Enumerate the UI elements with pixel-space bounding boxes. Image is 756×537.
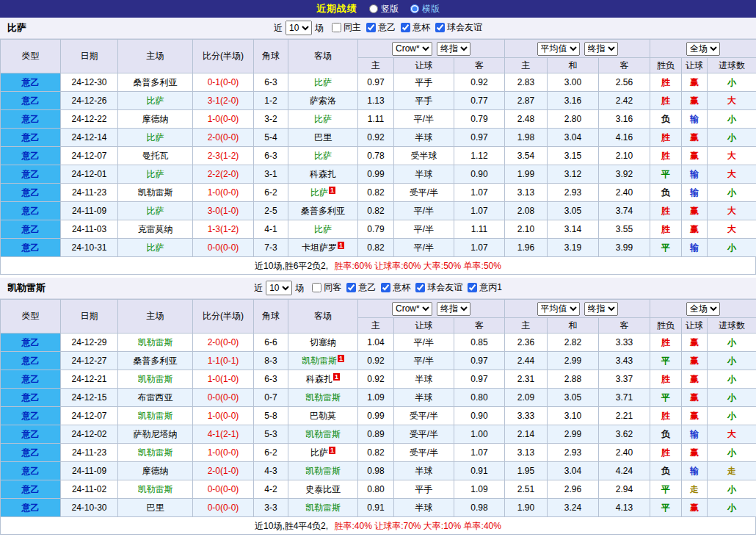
handicap-home-odds: 0.97 [358, 73, 394, 92]
filter-checkbox[interactable]: 意乙 [346, 281, 376, 294]
avg-draw-odds: 3.04 [548, 462, 599, 480]
fulltime-select[interactable]: 全场 [686, 302, 720, 316]
filter-checkbox[interactable]: 球会友谊 [415, 281, 462, 294]
result-outcome: 胜 [650, 370, 682, 389]
team-name: 桑普多利亚 [134, 77, 178, 87]
filter-checkbox-input[interactable] [468, 283, 477, 292]
team-name: 摩德纳 [142, 114, 169, 124]
corners-cell: 7-3 [254, 239, 288, 257]
result-outcome: 胜 [650, 147, 682, 165]
score-cell: 1-0(0-0) [193, 444, 254, 462]
filter-checkbox[interactable]: 球会友谊 [435, 21, 482, 34]
away-team-cell: 切塞纳 [288, 334, 358, 352]
avg-away-odds: 4.16 [599, 129, 650, 147]
sub-home-odds: 主 [358, 318, 394, 334]
result-goals: 小 [708, 499, 756, 517]
result-outcome: 胜 [650, 92, 682, 110]
handicap-home-odds: 1.09 [358, 389, 394, 407]
handicap-home-odds: 0.92 [358, 352, 394, 370]
avg-draw-odds: 2.99 [548, 425, 599, 444]
fulltime-select[interactable]: 全场 [686, 42, 720, 56]
avg-home-odds: 1.90 [505, 499, 548, 517]
date-cell: 24-10-30 [61, 499, 118, 517]
filter-checkbox-input[interactable] [312, 283, 321, 292]
avg-away-odds: 3.37 [599, 370, 650, 389]
handicap-stage-select[interactable]: 终指 [437, 302, 470, 316]
filter-checkbox[interactable]: 同客 [312, 281, 341, 294]
avg-home-odds: 2.08 [505, 202, 548, 220]
filter-checkbox-input[interactable] [346, 283, 356, 292]
match-row: 意乙24-11-02凯勒雷斯0-0(0-0)4-2史泰比亚0.80平手1.092… [1, 480, 756, 499]
table-header-group-row: 类型 日期 主场 比分(半场) 角球 客场 Crow*终指 平均值终指 全场 [1, 300, 756, 318]
filter-checkbox-label: 同客 [324, 281, 341, 294]
col-home: 主场 [118, 300, 193, 334]
league-cell: 意乙 [1, 480, 61, 499]
layout-radio-vertical[interactable]: 竖版 [369, 3, 399, 15]
away-team-cell: 史泰比亚 [288, 480, 358, 499]
handicap-home-odds: 0.79 [358, 220, 394, 239]
sub-avg-home: 主 [505, 58, 548, 73]
europe-stage-select[interactable]: 终指 [584, 302, 618, 316]
result-goals: 小 [708, 129, 756, 147]
score-cell: 0-0(0-0) [193, 389, 254, 407]
recent-count-select[interactable]: 10 [286, 21, 312, 35]
games-label: 场 [295, 282, 304, 295]
layout-radio-horizontal-label: 横版 [422, 3, 440, 15]
average-select[interactable]: 平均值 [537, 42, 580, 56]
score-cell: 2-2(2-0) [193, 165, 254, 184]
europe-stage-select[interactable]: 终指 [584, 42, 618, 56]
handicap-stage-select[interactable]: 终指 [437, 42, 470, 56]
layout-radio-horizontal-input[interactable] [410, 4, 419, 13]
bookmaker-select[interactable]: Crow* [392, 302, 432, 316]
handicap-line: 平手 [394, 92, 454, 110]
filter-checkbox-input[interactable] [401, 23, 410, 32]
result-handicap: 赢 [682, 444, 708, 462]
filter-checkbox-label: 意杯 [393, 281, 410, 294]
handicap-line: 半球 [394, 462, 454, 480]
summary-bar: 近10场,胜6平2负2, 胜率:60% 让球率:60% 大率:50% 单率:50… [0, 257, 756, 275]
filter-checkbox-input[interactable] [332, 23, 341, 32]
handicap-home-odds: 0.92 [358, 129, 394, 147]
team-name: 巴里 [314, 132, 332, 143]
games-label: 场 [315, 22, 324, 35]
filter-checkbox[interactable]: 同主 [332, 21, 361, 34]
handicap-line: 平/半 [394, 110, 454, 129]
bookmaker-select[interactable]: Crow* [392, 42, 432, 56]
filter-checkbox[interactable]: 意杯 [381, 281, 410, 294]
league-cell: 意乙 [1, 165, 61, 184]
score-cell: 0-0(0-0) [193, 480, 254, 499]
team-name: 凯勒雷斯 [138, 374, 173, 384]
avg-draw-odds: 2.99 [548, 352, 599, 370]
result-handicap: 赢 [682, 147, 708, 165]
col-corners: 角球 [254, 300, 288, 334]
avg-draw-odds: 3.05 [548, 202, 599, 220]
result-handicap: 输 [682, 239, 708, 257]
home-team-cell: 桑普多利亚 [118, 352, 193, 370]
filter-checkbox-input[interactable] [381, 283, 390, 292]
result-goals: 小 [708, 444, 756, 462]
handicap-away-odds: 1.09 [454, 480, 505, 499]
league-cell: 意乙 [1, 462, 61, 480]
sub-avg-away: 客 [599, 318, 650, 334]
sub-handicap: 让球 [394, 58, 454, 73]
corners-cell: 5-8 [254, 407, 288, 425]
layout-radio-horizontal[interactable]: 横版 [410, 3, 440, 15]
filter-checkbox-input[interactable] [415, 283, 425, 292]
average-select[interactable]: 平均值 [537, 302, 580, 316]
filter-checkbox-input[interactable] [366, 23, 376, 32]
filter-checkbox-input[interactable] [435, 23, 445, 32]
recent-count-select[interactable]: 10 [266, 281, 292, 295]
handicap-line: 平/半 [394, 334, 454, 352]
date-cell: 24-11-09 [61, 202, 118, 220]
team-name: 凯勒雷斯 [305, 502, 341, 513]
layout-radio-vertical-input[interactable] [369, 4, 378, 13]
result-handicap: 输 [682, 184, 708, 202]
filter-checkbox[interactable]: 意杯 [401, 21, 430, 34]
filter-checkbox[interactable]: 意丙1 [468, 281, 502, 294]
result-outcome: 负 [650, 425, 682, 444]
filter-checkbox[interactable]: 意乙 [366, 21, 396, 34]
away-team-cell: 科森扎1 [288, 370, 358, 389]
result-handicap: 赢 [682, 73, 708, 92]
score-cell: 1-1(0-1) [193, 352, 254, 370]
avg-draw-odds: 3.19 [548, 239, 599, 257]
